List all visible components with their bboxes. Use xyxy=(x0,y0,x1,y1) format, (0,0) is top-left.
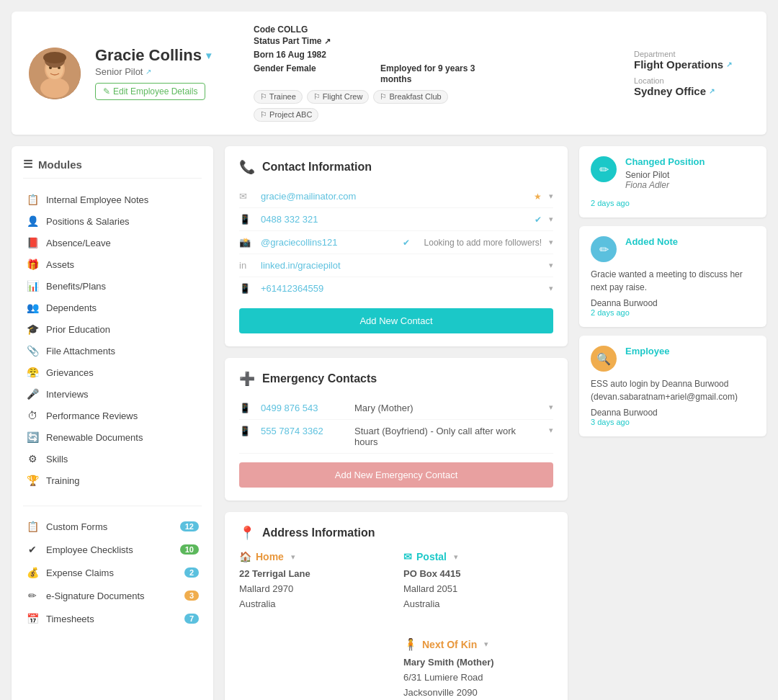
contact-card: 📞 Contact Information ✉gracie@mailinator… xyxy=(225,146,568,346)
sidebar-item-grievances[interactable]: 😤Grievances xyxy=(23,362,202,383)
module-icon: ⚙ xyxy=(26,452,39,465)
emergency-list: 📱 0499 876 543 Mary (Mother) ▾ 📱 555 787… xyxy=(239,397,553,454)
sidebar-item-dependents[interactable]: 👥Dependents xyxy=(23,297,202,318)
modules-icon: ☰ xyxy=(23,158,32,171)
sidebar-item-prior-education[interactable]: 🎓Prior Education xyxy=(23,318,202,340)
emergency-phone[interactable]: 555 7874 3362 xyxy=(261,426,347,436)
title-ext-link-icon[interactable]: ↗ xyxy=(146,68,151,76)
avatar-image xyxy=(29,48,81,99)
module-icon: 📋 xyxy=(26,193,39,206)
emergency-dropdown-icon[interactable]: ▾ xyxy=(549,403,553,412)
module-icon: 👤 xyxy=(26,215,39,228)
contact-dropdown-icon[interactable]: ▾ xyxy=(549,261,553,270)
emergency-card: ➕ Emergency Contacts 📱 0499 876 543 Mary… xyxy=(225,358,568,501)
contact-value[interactable]: @graciecollins121 xyxy=(261,237,395,248)
home-dropdown[interactable]: ▾ xyxy=(291,552,295,562)
contact-dropdown-icon[interactable]: ▾ xyxy=(549,284,553,293)
activity-avatar: 🔍 xyxy=(591,346,617,372)
postal-dropdown[interactable]: ▾ xyxy=(454,552,458,562)
kin-address: 🧍 Next Of Kin ▾ Mary Smith (Mother) 6/31… xyxy=(403,637,553,700)
postal-address-text: PO Box 4415 Mallard 2051 Australia xyxy=(403,567,553,611)
sidebar-item-interviews[interactable]: 🎤Interviews xyxy=(23,383,202,405)
sidebar-item-internal-employee-notes[interactable]: 📋Internal Employee Notes xyxy=(23,189,202,210)
extra-item-e-signature-documents[interactable]: ✏e-Signature Documents3 xyxy=(23,584,202,607)
tags-row: ⚐ Trainee⚐ Flight Crew⚐ Breakfast Club⚐ … xyxy=(254,87,493,122)
extra-item-timesheets[interactable]: 📅Timesheets7 xyxy=(23,607,202,630)
module-list: 📋Internal Employee Notes👤Positions & Sal… xyxy=(23,189,202,491)
module-label: Prior Education xyxy=(46,324,110,335)
tag-breakfast-club: ⚐ Breakfast Club xyxy=(373,90,447,104)
phone-icon: 📞 xyxy=(239,159,255,175)
contact-card-title: 📞 Contact Information xyxy=(239,159,553,175)
kin-dropdown[interactable]: ▾ xyxy=(484,640,488,649)
add-emergency-contact-button[interactable]: Add New Emergency Contact xyxy=(239,462,553,488)
sidebar-item-skills[interactable]: ⚙Skills xyxy=(23,448,202,470)
extra-label: Custom Forms xyxy=(46,521,107,532)
star-icon: ★ xyxy=(534,192,542,202)
add-contact-button[interactable]: Add New Contact xyxy=(239,308,553,333)
extra-item-employee-checklists[interactable]: ✔Employee Checklists10 xyxy=(23,538,202,561)
activity-title: Employee xyxy=(625,346,755,356)
emergency-phone[interactable]: 0499 876 543 xyxy=(261,403,347,413)
address-card-title: 📍 Address Information xyxy=(239,525,553,541)
module-icon: 🎤 xyxy=(26,387,39,400)
sidebar-item-benefits-plans[interactable]: 📊Benefits/Plans xyxy=(23,275,202,297)
activity-time: 2 days ago xyxy=(591,308,755,317)
activity-panel: ✏ Changed PositionSenior PilotFiona Adle… xyxy=(579,146,766,700)
sidebar: ☰ Modules 📋Internal Employee Notes👤Posit… xyxy=(12,146,213,700)
extra-item-custom-forms[interactable]: 📋Custom Forms12 xyxy=(23,515,202,538)
postal-address: ✉ Postal ▾ PO Box 4415 Mallard 2051 Aust… xyxy=(403,551,553,611)
edit-employee-button[interactable]: ✎ Edit Employee Details xyxy=(95,83,205,100)
sidebar-title: ☰ Modules xyxy=(23,158,202,179)
verified-icon: ✔ xyxy=(403,238,410,248)
activity-card-note: ✏ Added NoteGracie wanted a meeting to d… xyxy=(579,226,766,327)
extra-label: Timesheets xyxy=(46,614,94,624)
activity-body: Gracie wanted a meeting to discuss her n… xyxy=(591,268,755,294)
emergency-name: Mary (Mother) xyxy=(354,403,542,413)
contact-value[interactable]: gracie@mailinator.com xyxy=(261,191,527,202)
gender-meta: Gender Female xyxy=(254,63,366,84)
activity-content: Employee xyxy=(625,346,755,359)
emergency-dropdown-icon[interactable]: ▾ xyxy=(549,426,553,435)
module-label: Positions & Salaries xyxy=(46,216,130,227)
dept-ext-link-icon[interactable]: ↗ xyxy=(726,60,732,68)
location-icon: 📍 xyxy=(239,525,255,541)
sidebar-item-positions-salaries[interactable]: 👤Positions & Salaries xyxy=(23,210,202,232)
contact-dropdown-icon[interactable]: ▾ xyxy=(549,215,553,224)
activity-card-employee: 🔍 EmployeeESS auto login by Deanna Burwo… xyxy=(579,336,766,436)
sidebar-item-assets[interactable]: 🎁Assets xyxy=(23,253,202,275)
employee-name-section: Gracie Collins ▾ Senior Pilot ↗ ✎ Edit E… xyxy=(95,46,239,100)
activity-body: ESS auto login by Deanna Burwood (devan.… xyxy=(591,377,755,403)
contact-row: inlinked.in/graciepilot▾ xyxy=(239,254,553,277)
sidebar-item-renewable-documents[interactable]: 🔄Renewable Documents xyxy=(23,426,202,448)
sidebar-item-performance-reviews[interactable]: ⏱Performance Reviews xyxy=(23,405,202,426)
module-icon: 📎 xyxy=(26,344,39,357)
department-value: Flight Operations ↗ xyxy=(634,58,749,71)
svg-point-7 xyxy=(43,52,66,63)
status-ext-link[interactable]: ↗ xyxy=(324,37,331,45)
module-label: Skills xyxy=(46,454,68,465)
employee-title: Senior Pilot ↗ xyxy=(95,66,239,77)
sidebar-item-training[interactable]: 🏆Training xyxy=(23,470,202,491)
contact-value[interactable]: linked.in/graciepilot xyxy=(261,260,542,271)
extra-badge: 7 xyxy=(184,614,199,624)
phone-icon: 📱 xyxy=(239,426,254,436)
name-dropdown-icon[interactable]: ▾ xyxy=(206,50,211,61)
extra-label: Employee Checklists xyxy=(46,544,133,555)
sidebar-item-file-attachments[interactable]: 📎File Attachments xyxy=(23,340,202,362)
tag-project-abc: ⚐ Project ABC xyxy=(254,108,318,122)
extra-icon: 📋 xyxy=(26,520,39,533)
extra-item-expense-claims[interactable]: 💰Expense Claims2 xyxy=(23,561,202,584)
contact-value[interactable]: +61412364559 xyxy=(261,283,542,294)
contact-row: 📸@graciecollins121✔Looking to add more f… xyxy=(239,231,553,254)
phone-icon: 📱 xyxy=(239,403,254,413)
contact-value[interactable]: 0488 332 321 xyxy=(261,214,527,225)
contact-note: Looking to add more followers! xyxy=(424,238,542,248)
contact-dropdown-icon[interactable]: ▾ xyxy=(549,238,553,247)
contact-dropdown-icon[interactable]: ▾ xyxy=(549,192,553,201)
employed-meta: Employed for 9 years 3 months xyxy=(380,63,493,84)
loc-ext-link-icon[interactable]: ↗ xyxy=(709,87,715,95)
sidebar-item-absence-leave[interactable]: 📕Absence/Leave xyxy=(23,232,202,253)
activity-title: Added Note xyxy=(625,236,755,247)
module-icon: 🏆 xyxy=(26,474,39,487)
